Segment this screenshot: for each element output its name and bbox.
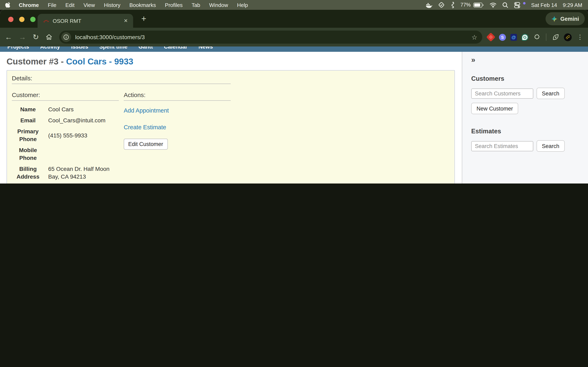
home-icon[interactable] — [45, 33, 53, 41]
close-window-button[interactable] — [8, 17, 13, 22]
site-info-icon[interactable] — [61, 32, 71, 42]
tab-strip: OSOR RMT ✕ + Gemini — [0, 10, 588, 28]
spotlight-search-icon[interactable] — [502, 2, 508, 8]
details-legend: Details: — [12, 75, 231, 84]
search-estimates-input[interactable] — [471, 141, 533, 151]
search-estimates-button[interactable]: Search — [536, 140, 565, 152]
bookmark-star-icon[interactable]: ☆ — [470, 33, 479, 41]
extensions-puzzle-icon[interactable] — [533, 33, 540, 41]
battery-saver-leaf-icon[interactable] — [552, 33, 559, 41]
tab-osor-rmt[interactable]: OSOR RMT ✕ — [38, 14, 133, 28]
app-nav-bar: Projects Activity Issues Spent time Gant… — [0, 47, 588, 52]
table-row: Primary Phone(415) 555-9933 — [12, 126, 119, 145]
search-customers-button[interactable]: Search — [536, 88, 565, 99]
sidebar-customers-heading: Customers — [471, 75, 588, 82]
table-row: Billing Address65 Ocean Dr. Half Moon Ba… — [12, 164, 119, 182]
extension-red-icon[interactable] — [487, 33, 494, 41]
tab-close-icon[interactable]: ✕ — [122, 18, 129, 24]
menu-edit[interactable]: Edit — [65, 2, 75, 8]
battery-icon[interactable] — [473, 2, 484, 8]
apple-icon[interactable] — [5, 2, 11, 8]
main-content: Customer #3 - Cool Cars - 9933 Details: … — [0, 52, 462, 184]
focus-dot — [523, 2, 525, 4]
battery-percent: 77% — [460, 2, 471, 8]
sidebar-estimates-heading: Estimates — [471, 128, 588, 135]
forward-icon[interactable]: → — [19, 33, 26, 41]
wifi-icon[interactable] — [489, 2, 496, 8]
new-tab-button[interactable]: + — [138, 13, 150, 25]
nav-activity[interactable]: Activity — [40, 47, 60, 52]
details-panel: Details: Customer: NameCool Cars EmailCo… — [7, 70, 455, 184]
fullscreen-window-button[interactable] — [30, 17, 35, 22]
table-row: Mobile Phone — [12, 145, 119, 164]
gemini-sparkle-icon — [551, 16, 557, 22]
minimize-window-button[interactable] — [19, 17, 25, 22]
menu-help[interactable]: Help — [237, 2, 248, 8]
nav-gantt[interactable]: Gantt — [138, 47, 153, 52]
menu-window[interactable]: Window — [209, 2, 228, 8]
diamond-check-app-icon[interactable] — [438, 2, 444, 8]
page-title-prefix: Customer #3 - — [7, 57, 66, 66]
chrome-window: OSOR RMT ✕ + Gemini ← → ↻ localhost:3000… — [0, 10, 588, 184]
nav-issues[interactable]: Issues — [71, 47, 88, 52]
toolbar-divider — [546, 33, 546, 41]
control-center-icon[interactable] — [514, 2, 521, 8]
nav-spent-time[interactable]: Spent time — [99, 47, 127, 52]
page-title: Customer #3 - Cool Cars - 9933 — [7, 57, 462, 67]
menu-history[interactable]: History — [104, 2, 121, 8]
table-row: EmailCool_Cars@intuit.com — [12, 115, 119, 126]
menubar-time[interactable]: 9:29 AM — [563, 2, 582, 8]
chrome-menu-icon[interactable]: ⋮ — [577, 33, 583, 41]
menu-chrome[interactable]: Chrome — [19, 2, 39, 8]
add-appointment-link[interactable]: Add Appointment — [124, 107, 231, 114]
nav-news[interactable]: News — [199, 47, 213, 52]
menu-view[interactable]: View — [84, 2, 95, 8]
extension-blue-lock-icon[interactable]: @ — [510, 34, 517, 41]
menu-tab[interactable]: Tab — [192, 2, 200, 8]
menu-file[interactable]: File — [48, 2, 56, 8]
extension-purple-icon[interactable]: S — [499, 34, 506, 41]
url-bar[interactable]: localhost:3000/customers/3 ☆ — [59, 31, 482, 44]
gemini-label: Gemini — [560, 16, 579, 22]
customer-legend: Customer: — [12, 91, 119, 101]
table-row: Shipping Address — [12, 182, 119, 184]
menu-bookmarks[interactable]: Bookmarks — [130, 2, 156, 8]
sidebar-collapse-icon[interactable]: » — [471, 56, 475, 64]
profile-avatar[interactable] — [564, 33, 572, 41]
grammarly-icon[interactable]: G — [521, 34, 528, 41]
reload-icon[interactable]: ↻ — [33, 33, 39, 41]
macos-menu-bar: Chrome File Edit View History Bookmarks … — [0, 0, 588, 10]
squiggle-app-icon[interactable] — [450, 2, 455, 8]
url-text[interactable]: localhost:3000/customers/3 — [75, 34, 470, 40]
create-estimate-link[interactable]: Create Estimate — [124, 124, 231, 131]
tab-title: OSOR RMT — [53, 18, 122, 24]
nav-projects[interactable]: Projects — [7, 47, 29, 52]
search-customers-input[interactable] — [471, 88, 533, 99]
menu-profiles[interactable]: Profiles — [165, 2, 183, 8]
menubar-date[interactable]: Sat Feb 14 — [531, 2, 557, 8]
new-customer-button[interactable]: New Customer — [471, 103, 518, 114]
nav-calendar[interactable]: Calendar — [164, 47, 188, 52]
docker-icon[interactable] — [425, 2, 432, 8]
tab-favicon-icon — [43, 17, 49, 24]
table-row: NameCool Cars — [12, 104, 119, 115]
back-icon[interactable]: ← — [5, 33, 12, 41]
customer-info-table: NameCool Cars EmailCool_Cars@intuit.com … — [12, 104, 119, 184]
sidebar: » Customers Search New Customer Estimate… — [462, 52, 588, 184]
actions-legend: Actions: — [124, 91, 231, 101]
browser-toolbar: ← → ↻ localhost:3000/customers/3 ☆ S @ G — [0, 28, 588, 47]
edit-customer-button[interactable]: Edit Customer — [124, 139, 168, 150]
customer-name-link[interactable]: Cool Cars - 9933 — [66, 57, 133, 66]
gemini-button[interactable]: Gemini — [545, 12, 585, 25]
screen: Chrome File Edit View History Bookmarks … — [0, 0, 588, 184]
web-page: Projects Activity Issues Spent time Gant… — [0, 47, 588, 184]
